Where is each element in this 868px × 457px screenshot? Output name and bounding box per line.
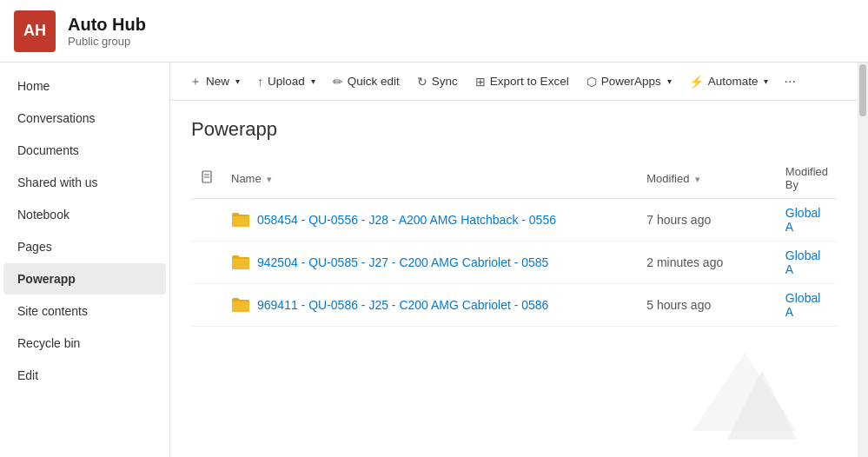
sidebar-item-edit[interactable]: Edit — [3, 360, 166, 391]
folder-icon — [231, 255, 250, 270]
group-avatar: AH — [14, 10, 56, 52]
sidebar-item-recycle-bin[interactable]: Recycle bin — [3, 328, 166, 359]
file-table: Name ▾ Modified ▾ Modified By — [191, 158, 837, 327]
group-title: Auto Hub — [68, 15, 146, 35]
sidebar-item-shared-with-us[interactable]: Shared with us — [3, 167, 166, 198]
row-modified-cell: 2 minutes ago — [638, 242, 777, 284]
row-modified-cell: 5 hours ago — [638, 284, 777, 327]
group-subtitle: Public group — [68, 35, 146, 48]
automate-chevron-icon: ▾ — [764, 76, 768, 86]
automate-icon: ⚡ — [689, 75, 704, 89]
header: AH Auto Hub Public group — [0, 0, 868, 63]
upload-button[interactable]: ↑ Upload ▾ — [248, 70, 324, 94]
file-name-link[interactable]: 969411 - QU-0586 - J25 - C200 AMG Cabrio… — [257, 298, 548, 312]
quick-edit-label: Quick edit — [348, 75, 400, 88]
table-row: 942504 - QU-0585 - J27 - C200 AMG Cabrio… — [191, 242, 837, 284]
row-check-cell — [191, 284, 222, 327]
powerapps-icon: ⬡ — [586, 75, 597, 89]
row-check-cell — [191, 242, 222, 284]
sync-label: Sync — [432, 75, 458, 88]
main-area: ＋ New ▾ ↑ Upload ▾ ✏ Quick edit ↻ Sync ⊞… — [170, 63, 858, 457]
row-check-cell — [191, 199, 222, 242]
sync-button[interactable]: ↻ Sync — [408, 70, 467, 94]
edit-icon: ✏ — [333, 75, 343, 89]
quick-edit-button[interactable]: ✏ Quick edit — [324, 70, 408, 94]
content-area: Powerapp Name ▾ — [170, 101, 858, 457]
sidebar-item-pages[interactable]: Pages — [3, 231, 166, 262]
plus-icon: ＋ — [189, 74, 202, 89]
scrollbar-thumb[interactable] — [859, 64, 866, 116]
sidebar-item-powerapp[interactable]: Powerapp — [3, 263, 166, 295]
table-row: 058454 - QU-0556 - J28 - A200 AMG Hatchb… — [191, 199, 837, 242]
powerapps-chevron-icon: ▾ — [667, 76, 672, 86]
row-name-cell: 942504 - QU-0585 - J27 - C200 AMG Cabrio… — [222, 242, 638, 284]
document-icon — [200, 170, 214, 184]
row-name-cell: 058454 - QU-0556 - J28 - A200 AMG Hatchb… — [222, 199, 638, 242]
automate-label: Automate — [708, 75, 759, 88]
upload-chevron-icon: ▾ — [311, 76, 315, 86]
folder-icon — [231, 212, 250, 228]
sidebar: HomeConversationsDocumentsShared with us… — [0, 63, 170, 457]
row-modified-cell: 7 hours ago — [638, 199, 777, 242]
sidebar-item-home[interactable]: Home — [3, 70, 166, 102]
export-excel-button[interactable]: ⊞ Export to Excel — [467, 70, 578, 94]
new-button[interactable]: ＋ New ▾ — [181, 69, 248, 95]
powerapps-label: PowerApps — [601, 75, 661, 88]
row-modified-by-cell: Global A — [777, 284, 837, 327]
empty-state-illustration — [684, 344, 805, 448]
header-text: Auto Hub Public group — [68, 15, 146, 48]
upload-icon: ↑ — [257, 75, 263, 89]
col-header-modified-by: Modified By — [777, 158, 837, 199]
sidebar-item-documents[interactable]: Documents — [3, 135, 166, 166]
file-name-link[interactable]: 058454 - QU-0556 - J28 - A200 AMG Hatchb… — [257, 213, 556, 227]
col-header-check — [191, 158, 222, 199]
name-sort-icon: ▾ — [267, 174, 272, 184]
page-title: Powerapp — [191, 118, 837, 141]
automate-button[interactable]: ⚡ Automate ▾ — [680, 70, 778, 94]
col-header-modified[interactable]: Modified ▾ — [638, 158, 777, 199]
layout: HomeConversationsDocumentsShared with us… — [0, 63, 868, 457]
table-row: 969411 - QU-0586 - J25 - C200 AMG Cabrio… — [191, 284, 837, 327]
sidebar-item-site-contents[interactable]: Site contents — [3, 295, 166, 327]
more-button[interactable]: ··· — [777, 69, 802, 95]
sync-icon: ↻ — [417, 75, 427, 89]
folder-icon — [231, 297, 250, 313]
excel-icon: ⊞ — [475, 75, 486, 89]
powerapps-button[interactable]: ⬡ PowerApps ▾ — [578, 70, 680, 94]
new-label: New — [206, 75, 229, 88]
row-modified-by-cell: Global A — [777, 242, 837, 284]
file-name-link[interactable]: 942504 - QU-0585 - J27 - C200 AMG Cabrio… — [257, 255, 548, 269]
upload-label: Upload — [268, 75, 305, 88]
export-excel-label: Export to Excel — [490, 75, 569, 88]
col-header-name[interactable]: Name ▾ — [222, 158, 638, 199]
toolbar: ＋ New ▾ ↑ Upload ▾ ✏ Quick edit ↻ Sync ⊞… — [170, 63, 858, 101]
modified-sort-icon: ▾ — [695, 174, 700, 184]
row-modified-by-cell: Global A — [777, 199, 837, 242]
new-chevron-icon: ▾ — [235, 76, 240, 86]
sidebar-item-conversations[interactable]: Conversations — [3, 103, 166, 134]
sidebar-item-notebook[interactable]: Notebook — [3, 199, 166, 230]
row-name-cell: 969411 - QU-0586 - J25 - C200 AMG Cabrio… — [222, 284, 638, 327]
scrollbar-track[interactable] — [858, 63, 868, 457]
